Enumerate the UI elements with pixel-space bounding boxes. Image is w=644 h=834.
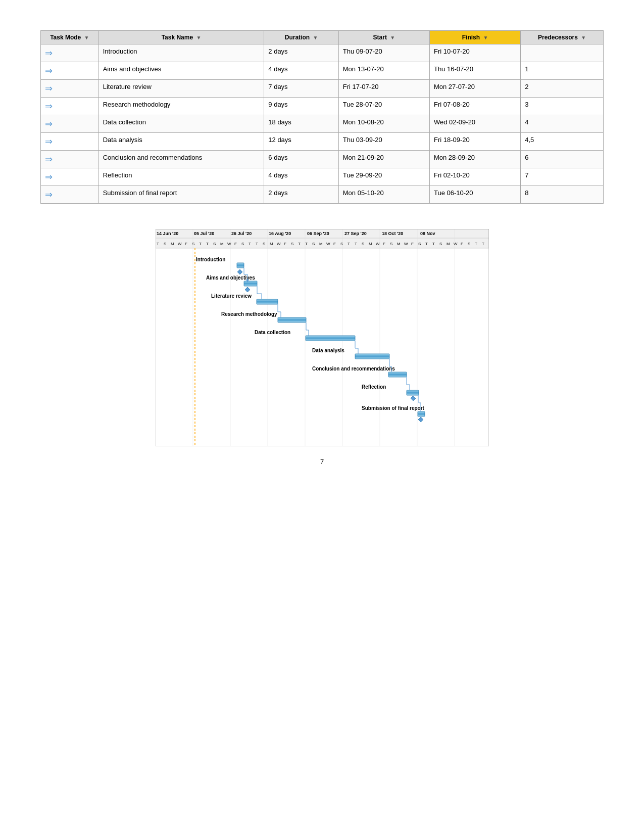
cell-finish: Fri 07-08-20 — [429, 98, 520, 115]
table-row: ⇒Introduction2 daysThu 09-07-20Fri 10-07… — [41, 44, 604, 62]
cell-mode: ⇒ — [41, 151, 99, 168]
svg-text:F: F — [333, 242, 336, 246]
cell-name: Conclusion and recommendations — [98, 151, 264, 168]
cell-mode: ⇒ — [41, 62, 99, 80]
svg-text:18 Oct '20: 18 Oct '20 — [382, 231, 403, 236]
task-mode-icon: ⇒ — [45, 154, 53, 165]
connector-2-3 — [257, 286, 262, 299]
svg-text:T: T — [482, 242, 484, 246]
cell-finish: Fri 18-09-20 — [429, 133, 520, 151]
svg-text:T: T — [206, 242, 209, 246]
gantt-bar-dataanalysis — [355, 354, 389, 359]
cell-start: Mon 21-09-20 — [338, 151, 429, 168]
svg-text:W: W — [404, 242, 408, 246]
svg-text:S: S — [263, 242, 265, 246]
cell-start: Thu 09-07-20 — [338, 44, 429, 62]
svg-text:S: S — [340, 242, 343, 246]
gantt-label-submission: Submission of final report — [362, 405, 425, 411]
cell-start: Thu 03-09-20 — [338, 133, 429, 151]
cell-duration: 9 days — [264, 98, 338, 115]
svg-text:S: S — [312, 242, 315, 246]
th-start: Start ▼ — [338, 31, 429, 44]
svg-text:F: F — [284, 242, 286, 246]
cell-start: Mon 10-08-20 — [338, 115, 429, 133]
th-duration: Duration ▼ — [264, 31, 338, 44]
cell-mode: ⇒ — [41, 115, 99, 133]
svg-text:M: M — [270, 242, 273, 246]
svg-text:14 Jun '20: 14 Jun '20 — [157, 231, 178, 236]
connector-3-4 — [278, 304, 281, 317]
table-row: ⇒Reflection4 daysTue 29-09-20Fri 02-10-2… — [41, 168, 604, 186]
task-mode-icon: ⇒ — [45, 101, 53, 112]
cell-predecessors: 4,5 — [521, 133, 604, 151]
cell-duration: 4 days — [264, 62, 338, 80]
sort-arrow-finish[interactable]: ▼ — [483, 35, 488, 40]
cell-duration: 6 days — [264, 151, 338, 168]
task-mode-icon: ⇒ — [45, 136, 53, 147]
svg-text:W: W — [454, 242, 458, 246]
svg-text:S: S — [468, 242, 470, 246]
cell-finish: Mon 28-09-20 — [429, 151, 520, 168]
gantt-label-introduction: Introduction — [196, 257, 225, 262]
svg-text:W: W — [277, 242, 281, 246]
sort-arrow-start[interactable]: ▼ — [390, 35, 395, 40]
cell-duration: 4 days — [264, 168, 338, 186]
svg-text:S: S — [362, 242, 364, 246]
cell-mode: ⇒ — [41, 98, 99, 115]
cell-start: Fri 17-07-20 — [338, 80, 429, 98]
svg-text:T: T — [425, 242, 428, 246]
connector-4-5 — [306, 322, 309, 336]
sort-arrow-duration[interactable]: ▼ — [313, 35, 318, 40]
cell-mode: ⇒ — [41, 168, 99, 186]
th-predecessors: Predecessors ▼ — [521, 31, 604, 44]
sort-arrow-pred[interactable]: ▼ — [581, 35, 586, 40]
gantt-bar-reflection — [407, 390, 419, 395]
task-mode-icon: ⇒ — [45, 65, 53, 76]
gantt-bar-research — [278, 317, 306, 322]
gantt-label-datacoll: Data collection — [255, 330, 290, 335]
svg-text:T: T — [475, 242, 477, 246]
gantt-label-literature: Literature review — [211, 293, 252, 299]
gantt-bar-aims — [244, 281, 257, 286]
cell-duration: 18 days — [264, 115, 338, 133]
cell-name: Data collection — [98, 115, 264, 133]
svg-text:M: M — [447, 242, 450, 246]
cell-start: Mon 05-10-20 — [338, 186, 429, 204]
svg-text:W: W — [178, 242, 182, 246]
sort-arrow-name[interactable]: ▼ — [196, 35, 201, 40]
svg-text:W: W — [326, 242, 330, 246]
svg-text:06 Sep '20: 06 Sep '20 — [307, 231, 329, 236]
page-number: 7 — [40, 458, 604, 466]
task-mode-icon: ⇒ — [45, 189, 53, 200]
cell-finish: Fri 10-07-20 — [429, 44, 520, 62]
cell-finish: Mon 27-07-20 — [429, 80, 520, 98]
cell-predecessors: 1 — [521, 62, 604, 80]
svg-text:27 Sep '20: 27 Sep '20 — [344, 231, 367, 236]
svg-text:M: M — [220, 242, 224, 246]
connector-5-6 — [355, 341, 358, 354]
svg-text:M: M — [397, 242, 401, 246]
cell-mode: ⇒ — [41, 44, 99, 62]
cell-duration: 2 days — [264, 186, 338, 204]
gantt-bar-introduction — [237, 263, 244, 268]
cell-finish: Fri 02-10-20 — [429, 168, 520, 186]
svg-text:16 Aug '20: 16 Aug '20 — [269, 231, 291, 236]
table-row: ⇒Research methodology9 daysTue 28-07-20F… — [41, 98, 604, 115]
table-row: ⇒Data collection18 daysMon 10-08-20Wed 0… — [41, 115, 604, 133]
cell-name: Submission of final report — [98, 186, 264, 204]
cell-start: Tue 29-09-20 — [338, 168, 429, 186]
cell-mode: ⇒ — [41, 80, 99, 98]
cell-finish: Wed 02-09-20 — [429, 115, 520, 133]
svg-text:T: T — [298, 242, 301, 246]
sort-arrow-mode[interactable]: ▼ — [84, 35, 89, 40]
cell-name: Introduction — [98, 44, 264, 62]
svg-text:W: W — [227, 242, 231, 246]
cell-predecessors: 4 — [521, 115, 604, 133]
th-finish-label: Finish — [462, 34, 480, 41]
svg-text:F: F — [383, 242, 385, 246]
svg-text:T: T — [305, 242, 308, 246]
svg-text:T: T — [157, 242, 159, 246]
gantt-bar-conclusion — [388, 372, 407, 377]
gantt-milestone-aims — [245, 287, 250, 292]
gantt-label-reflection: Reflection — [362, 384, 386, 390]
